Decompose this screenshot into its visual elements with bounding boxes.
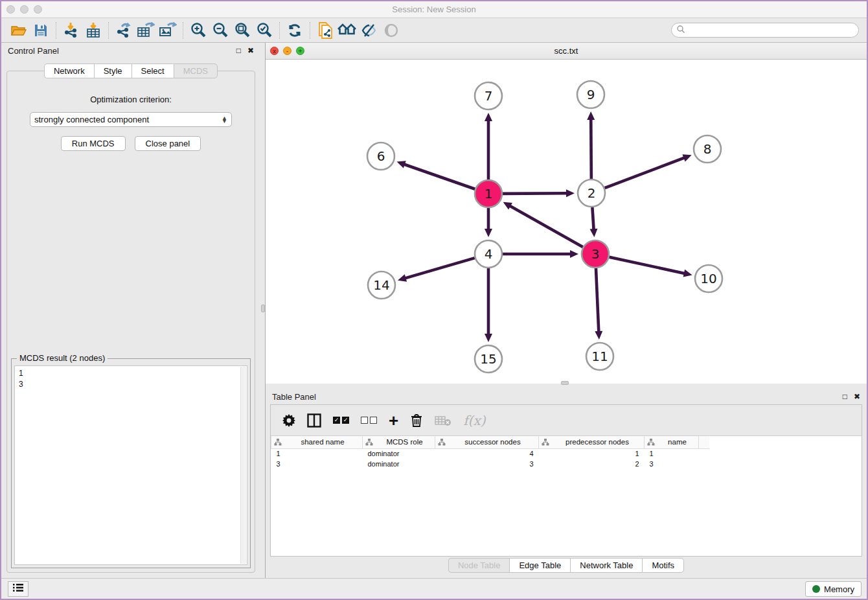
arrowhead-icon	[397, 161, 406, 168]
arrowhead-icon	[485, 334, 492, 342]
hierarchy-icon	[647, 439, 655, 446]
table-row[interactable]: 1dominator411	[271, 448, 709, 459]
network-maximize-icon[interactable]: +	[296, 47, 304, 55]
column-selector-icon[interactable]	[307, 413, 321, 428]
window-title: Session: New Session	[1, 5, 867, 14]
splitter-handle-icon[interactable]	[261, 305, 265, 312]
edge-3-11[interactable]	[596, 268, 599, 332]
table-settings-gear-icon[interactable]	[282, 414, 295, 427]
select-all-icon[interactable]: ✓✓	[333, 417, 349, 424]
save-icon[interactable]	[30, 21, 52, 40]
mcds-result-title: MCDS result (2 nodes)	[17, 353, 108, 363]
add-row-icon[interactable]: +	[389, 414, 398, 427]
hierarchy-icon	[542, 439, 549, 446]
column-header-shared-name[interactable]: shared name	[271, 436, 363, 448]
column-header-predecessor-nodes[interactable]: predecessor nodes	[539, 436, 645, 448]
arrowhead-icon	[587, 111, 595, 120]
edge-1-2[interactable]	[503, 193, 567, 194]
table-panel-title: Table Panel	[272, 392, 316, 402]
tab-network-table[interactable]: Network Table	[570, 558, 642, 573]
close-panel-icon[interactable]: ✖	[247, 46, 254, 55]
node-table-container: ✓✓ + f(x) shared nameMCDS rolesuccessor …	[270, 404, 862, 557]
float-panel-icon[interactable]: □	[236, 46, 241, 55]
tab-style[interactable]: Style	[94, 63, 131, 78]
column-header-name[interactable]: name	[645, 436, 699, 448]
hide-icon[interactable]	[358, 21, 380, 40]
run-mcds-button[interactable]: Run MCDS	[61, 136, 126, 151]
tab-mcds[interactable]: MCDS	[174, 63, 218, 78]
open-folder-icon[interactable]	[8, 21, 30, 40]
network-window-titlebar: x - + scc.txt	[266, 43, 867, 60]
column-header-MCDS-role[interactable]: MCDS role	[363, 436, 435, 448]
edge-2-3[interactable]	[592, 207, 593, 230]
node-label: 7	[485, 88, 493, 104]
network-window-title: scc.txt	[266, 43, 867, 56]
zoom-fit-icon[interactable]	[231, 21, 253, 40]
control-panel-title: Control Panel	[8, 46, 59, 56]
result-scrollbar[interactable]	[240, 367, 246, 564]
table-row[interactable]: 3dominator323	[271, 459, 709, 469]
node-label: 10	[700, 271, 716, 286]
float-panel-icon[interactable]: □	[843, 392, 847, 401]
criterion-dropdown[interactable]: strongly connected component ▲▼	[30, 112, 232, 127]
edge-2-9[interactable]	[591, 119, 591, 179]
search-input[interactable]	[671, 23, 859, 38]
deselect-all-icon[interactable]	[361, 417, 377, 424]
node-label: 2	[588, 185, 596, 201]
hierarchy-icon	[365, 439, 373, 446]
tab-network[interactable]: Network	[44, 63, 94, 78]
mcds-result-group: MCDS result (2 nodes) 13	[11, 358, 251, 568]
export-network-icon[interactable]	[113, 21, 135, 40]
edge-1-6[interactable]	[404, 164, 475, 189]
network-graph[interactable]: 7968124314101511	[266, 60, 868, 384]
zoom-in-icon[interactable]	[187, 21, 209, 40]
horizontal-splitter[interactable]	[266, 384, 867, 389]
memory-status-icon	[812, 585, 820, 593]
network-minimize-icon[interactable]: -	[283, 47, 291, 55]
home-icon[interactable]	[336, 21, 358, 40]
arrowhead-icon	[485, 113, 492, 121]
memory-button[interactable]: Memory	[805, 581, 862, 597]
task-history-button[interactable]	[8, 581, 29, 597]
result-line: 1	[19, 368, 243, 379]
hierarchy-icon	[438, 439, 446, 446]
tab-motifs[interactable]: Motifs	[642, 558, 684, 573]
tab-edge-table[interactable]: Edge Table	[509, 558, 570, 573]
node-label: 6	[377, 148, 385, 164]
zoom-selected-icon[interactable]	[253, 21, 275, 40]
zoom-out-icon[interactable]	[209, 21, 231, 40]
mcds-tab-content: Optimization criterion: strongly connect…	[6, 71, 255, 573]
edge-3-10[interactable]	[609, 257, 685, 273]
arrowhead-icon	[566, 189, 575, 197]
control-panel-tabs: NetworkStyleSelectMCDS	[1, 63, 260, 78]
edge-3-1[interactable]	[509, 205, 583, 247]
close-panel-icon[interactable]: ✖	[854, 392, 860, 401]
edge-4-14[interactable]	[405, 258, 475, 279]
arrowhead-icon	[570, 250, 578, 258]
delete-trash-icon[interactable]	[410, 413, 423, 428]
import-table-icon[interactable]	[82, 21, 104, 40]
status-bar: Memory	[1, 578, 867, 599]
tab-select[interactable]: Select	[131, 63, 174, 78]
optimization-criterion-label: Optimization criterion:	[7, 95, 255, 104]
refresh-icon[interactable]	[284, 21, 306, 40]
mcds-result-list[interactable]: 13	[14, 365, 247, 565]
network-canvas[interactable]: 7968124314101511	[266, 60, 867, 384]
criterion-value: strongly connected component	[34, 115, 222, 124]
close-panel-button[interactable]: Close panel	[135, 136, 201, 151]
import-network-icon[interactable]	[60, 21, 82, 40]
node-table[interactable]: shared nameMCDS rolesuccessor nodesprede…	[271, 436, 709, 469]
node-label: 3	[591, 246, 600, 262]
clone-network-icon[interactable]	[314, 21, 336, 40]
node-label: 4	[485, 246, 493, 262]
panel-splitter[interactable]	[260, 43, 266, 578]
edge-2-8[interactable]	[605, 157, 685, 188]
network-close-icon[interactable]: x	[270, 47, 279, 55]
tab-node-table[interactable]: Node Table	[448, 558, 510, 573]
node-label: 1	[485, 186, 493, 202]
column-header-successor-nodes[interactable]: successor nodes	[435, 436, 539, 448]
splitter-handle-icon[interactable]	[561, 381, 569, 385]
export-table-icon[interactable]	[135, 21, 157, 40]
node-label: 14	[373, 277, 389, 293]
export-image-icon[interactable]	[157, 21, 179, 40]
